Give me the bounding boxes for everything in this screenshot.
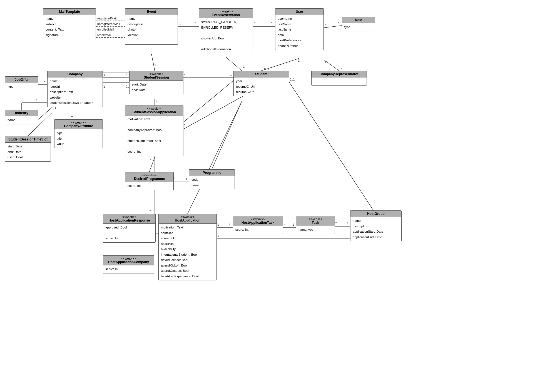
student-header: Student (234, 71, 289, 77)
job-offer-box: JobOffer type (5, 76, 38, 91)
stereotype: <<weak>> (105, 215, 154, 218)
field: end: Date (8, 149, 48, 155)
field: score: Int (105, 236, 153, 241)
task-body: name/type (296, 226, 335, 234)
svg-text:*: * (150, 158, 151, 162)
svg-text:*: * (174, 177, 176, 180)
field: username (278, 16, 321, 22)
field: value (57, 141, 100, 147)
event-reservation-body: status //NOT_HANDLED, ENROLLED, RESERV s… (199, 18, 253, 53)
programme-body: code name (189, 176, 235, 189)
field: internationalStudent: Bool (161, 252, 214, 258)
field: description (353, 224, 399, 229)
field (128, 122, 181, 128)
company-representative-header: CompanyRepresentative (312, 71, 367, 77)
field: additionalInformation (201, 47, 250, 52)
role-header: Role (342, 17, 375, 23)
svg-text:1: 1 (71, 114, 73, 117)
field: signature (46, 32, 93, 38)
student-session-timeslot-title: StudentSessionTimeSlot (8, 137, 48, 141)
stereotype: <<weak>> (105, 257, 152, 260)
field: name (46, 16, 93, 22)
event-reservation-header: <<weak>> EventReservation (199, 9, 253, 18)
field: score: Int (161, 236, 214, 241)
field: website (50, 95, 100, 100)
stereotype: <<weak>> (56, 121, 101, 124)
host-application-company-title: HostApplicationCompany (108, 260, 149, 264)
field: score: Int (128, 183, 171, 189)
event-header: Event (125, 9, 178, 15)
student-session-timeslot-box: StudentSessionTimeSlot start: Date end: … (5, 136, 51, 162)
host-application-response-box: <<weak>> HostApplicationResponse approve… (103, 214, 156, 243)
student-session-body: start: Date end: Date (130, 81, 183, 94)
field: score: Int (235, 227, 280, 233)
stereotype: <<weak>> (131, 72, 181, 76)
host-application-body: motivation: Text shirtSize score: Int he… (159, 224, 216, 280)
host-application-task-body: score: Int (233, 226, 283, 234)
host-application-task-title: HostApplicationTask (242, 221, 274, 225)
connections-svg: registeredMail unregisteredMail enrolled… (0, 0, 555, 392)
svg-text:*: * (325, 23, 327, 26)
job-offer-header: JobOffer (5, 77, 38, 83)
svg-text:1: 1 (217, 223, 219, 226)
industry-box: Industry name (5, 110, 38, 124)
field: ... (128, 38, 175, 43)
host-application-box: <<weak>> HostApplication motivation: Tex… (158, 214, 217, 280)
student-session-title: StudentSession (144, 76, 169, 79)
company-box: Company name logoUrl description: Text w… (47, 71, 103, 107)
company-attribute-body: type title value (54, 129, 103, 148)
host-application-task-box: <<weak>> HostApplicationTask score: Int (233, 216, 283, 234)
student-session-application-box: <<weak>> StudentSessionApplication motiv… (125, 105, 183, 156)
company-attribute-header: <<weak>> CompanyAttribute (54, 120, 103, 129)
field: firstName (278, 22, 321, 27)
event-box: Event name description photo location ..… (125, 8, 178, 45)
host-application-title: HostApplication (175, 218, 200, 222)
svg-text:1: 1 (347, 222, 349, 225)
diagram-container: registeredMail unregisteredMail enrolled… (0, 0, 555, 392)
svg-text:1: 1 (179, 22, 181, 25)
svg-line-55 (149, 157, 155, 172)
host-application-response-title: HostApplicationResponse (108, 218, 150, 222)
field: resumeEnUrl (236, 84, 287, 90)
field: resumeSvUrl (236, 89, 287, 95)
company-representative-box: CompanyRepresentative (311, 71, 367, 86)
field: name/type (298, 227, 332, 233)
svg-text:1: 1 (298, 59, 300, 62)
role-box: Role type (342, 17, 375, 31)
host-group-title: HostGroup (367, 212, 385, 216)
task-box: <<weak>> Task name/type (296, 216, 335, 234)
desired-programme-header: <<weak>> DesiredProgramme (125, 172, 173, 182)
svg-line-87 (151, 54, 155, 71)
host-group-body: name description applicationStart: Date … (350, 217, 401, 241)
svg-text:*: * (195, 22, 196, 25)
host-application-response-body: approved: Bool score: Int (103, 224, 155, 242)
user-title: User (296, 10, 303, 14)
programme-header: Programme (189, 170, 235, 176)
event-reservation-title: EventReservation (212, 13, 240, 17)
desired-programme-box: <<weak>> DesiredProgramme score: Int (125, 172, 174, 190)
field: lastName (278, 27, 321, 32)
field: score: Int (128, 149, 181, 155)
field: shirtSize (161, 230, 214, 236)
svg-line-62 (188, 101, 242, 214)
field: studentConfirmed: Bool (128, 138, 181, 144)
field: name (50, 79, 100, 84)
student-session-timeslot-header: StudentSessionTimeSlot (5, 136, 51, 143)
field (201, 41, 250, 47)
svg-text:*: * (44, 80, 45, 84)
host-application-header: <<weak>> HostApplication (159, 214, 216, 224)
svg-text:registeredMail: registeredMail (97, 17, 116, 20)
stereotype: <<weak>> (201, 10, 251, 13)
host-application-response-header: <<weak>> HostApplicationResponse (103, 214, 155, 224)
field (128, 133, 181, 139)
field (201, 30, 250, 36)
field: name (191, 183, 232, 188)
field: approved: Bool (105, 225, 153, 230)
role-title: Role (355, 18, 362, 22)
mail-template-title: MailTemplate (59, 10, 80, 14)
field: status //NOT_HANDLED, (201, 19, 250, 25)
svg-text:*: * (335, 222, 337, 225)
field: name (128, 16, 175, 22)
user-box: User username firstName lastName email f… (275, 8, 324, 50)
field: attendGasque: Bool (161, 268, 214, 274)
